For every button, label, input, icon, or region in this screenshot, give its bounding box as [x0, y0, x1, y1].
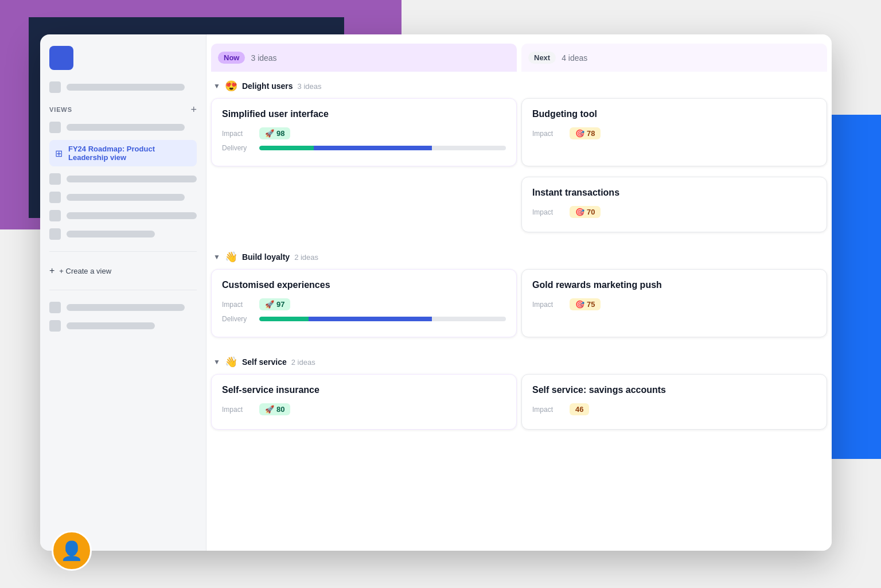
card-savings-accounts[interactable]: Self service: savings accounts Impact 46	[521, 374, 827, 430]
group-header-delight[interactable]: ▼ 😍 Delight users 3 ideas	[211, 72, 517, 98]
next-count: 4 ideas	[562, 53, 587, 63]
sidebar: VIEWS + ⊞ FY24 Roadmap: Product Leadersh…	[40, 34, 206, 551]
delivery-label-simplified: Delivery	[222, 144, 254, 152]
impact-badge-budgeting: 🎯 78	[570, 127, 601, 139]
nav-label-1	[67, 124, 185, 131]
nav-label-2	[67, 176, 197, 182]
now-badge: Now	[218, 52, 245, 64]
user-avatar[interactable]: 👤	[52, 531, 92, 571]
sidebar-item-fy24-roadmap[interactable]: ⊞ FY24 Roadmap: Product Leadership view	[49, 140, 197, 166]
sidebar-nav-2[interactable]	[49, 173, 197, 185]
app-logo	[49, 46, 73, 70]
next-column-header: Next 4 ideas	[521, 44, 827, 72]
app-window: VIEWS + ⊞ FY24 Roadmap: Product Leadersh…	[40, 34, 832, 551]
rocket-icon-simplified: 🚀	[265, 129, 274, 138]
impact-label-budgeting: Impact	[532, 130, 564, 138]
sidebar-line-placeholder	[67, 84, 185, 91]
impact-label-simplified: Impact	[222, 130, 254, 138]
card-title-budgeting: Budgeting tool	[532, 109, 816, 119]
sidebar-icon-placeholder	[49, 81, 61, 93]
card-instant-transactions[interactable]: Instant transactions Impact 🎯 70	[521, 177, 827, 232]
impact-field-insurance: Impact 🚀 80	[222, 403, 506, 415]
card-self-service-insurance[interactable]: Self-service insurance Impact 🚀 80	[211, 374, 517, 430]
sidebar-nav-3[interactable]	[49, 192, 197, 203]
group-header-loyalty[interactable]: ▼ 👋 Build loyalty 2 ideas	[211, 243, 517, 269]
target-icon-gold: 🎯	[575, 300, 584, 309]
sidebar-divider-2	[49, 290, 197, 290]
delivery-bar-customised	[259, 317, 506, 321]
sidebar-nav-5[interactable]	[49, 228, 197, 240]
impact-badge-gold: 🎯 75	[570, 298, 601, 310]
grid-icon: ⊞	[55, 148, 63, 159]
impact-label-instant: Impact	[532, 208, 564, 216]
group-count-self-service: 2 ideas	[291, 358, 315, 367]
impact-value-savings: 46	[575, 405, 583, 414]
card-budgeting-tool[interactable]: Budgeting tool Impact 🎯 78	[521, 98, 827, 166]
nav-icon-3	[49, 192, 61, 203]
nav-label-7	[67, 322, 155, 329]
target-icon-instant: 🎯	[575, 208, 584, 216]
create-view-button[interactable]: + + Create a view	[49, 263, 197, 278]
views-header: VIEWS +	[49, 104, 197, 115]
delivery-blue-simplified	[314, 146, 432, 150]
add-view-button[interactable]: +	[190, 104, 197, 115]
nav-label-4	[67, 212, 197, 219]
impact-label-insurance: Impact	[222, 406, 254, 414]
nav-icon-6	[49, 302, 61, 313]
card-title-gold: Gold rewards marketing push	[532, 280, 816, 290]
sidebar-placeholder-1	[49, 81, 197, 93]
group-count-delight: 3 ideas	[298, 82, 322, 91]
rocket-icon-insurance: 🚀	[265, 405, 274, 414]
delivery-green-customised	[259, 317, 309, 321]
card-simplified-ui[interactable]: Simplified user interface Impact 🚀 98 De…	[211, 98, 517, 166]
card-title-customised: Customised experiences	[222, 280, 506, 290]
cards-row-instant: Instant transactions Impact 🎯 70	[211, 177, 827, 238]
group-build-loyalty: ▼ 👋 Build loyalty 2 ideas Customised exp…	[211, 243, 827, 343]
main-content: Now 3 ideas Next 4 ideas ▼ 😍 Delight use…	[206, 34, 832, 551]
nav-icon-1	[49, 122, 61, 133]
sidebar-nav-7[interactable]	[49, 320, 197, 332]
chevron-icon-self-service: ▼	[213, 358, 220, 366]
group-title-self-service: Self service	[242, 357, 287, 367]
sidebar-divider-1	[49, 251, 197, 252]
chevron-icon-delight: ▼	[213, 82, 220, 90]
impact-field-customised: Impact 🚀 97	[222, 298, 506, 310]
impact-label-savings: Impact	[532, 406, 564, 414]
target-icon-budgeting: 🎯	[575, 129, 584, 138]
impact-value-insurance: 80	[276, 405, 284, 414]
nav-icon-7	[49, 320, 61, 332]
impact-badge-customised: 🚀 97	[259, 298, 290, 310]
group-emoji-loyalty: 👋	[225, 251, 237, 263]
impact-field-savings: Impact 46	[532, 403, 816, 415]
delivery-bar-simplified	[259, 146, 506, 150]
views-label: VIEWS	[49, 106, 72, 113]
card-title-savings: Self service: savings accounts	[532, 385, 816, 395]
group-emoji-self-service: 👋	[225, 356, 237, 368]
impact-field-budgeting: Impact 🎯 78	[532, 127, 816, 139]
sidebar-nav-4[interactable]	[49, 210, 197, 221]
nav-label-3	[67, 194, 185, 201]
now-column-header: Now 3 ideas	[211, 44, 517, 72]
group-emoji-delight: 😍	[225, 80, 237, 92]
nav-icon-4	[49, 210, 61, 221]
impact-value-instant: 70	[587, 208, 595, 216]
board-scroll-area[interactable]: ▼ 😍 Delight users 3 ideas Simplified use…	[206, 72, 832, 551]
cards-row-loyalty: Customised experiences Impact 🚀 97 Deliv…	[211, 269, 827, 343]
delivery-green-simplified	[259, 146, 314, 150]
card-title-instant: Instant transactions	[532, 188, 816, 198]
delivery-field-customised: Delivery	[222, 315, 506, 323]
sidebar-nav-1[interactable]	[49, 122, 197, 133]
cards-row-self-service: Self-service insurance Impact 🚀 80 Self …	[211, 374, 827, 435]
group-title-delight: Delight users	[242, 81, 293, 91]
impact-badge-insurance: 🚀 80	[259, 403, 290, 415]
group-header-self-service[interactable]: ▼ 👋 Self service 2 ideas	[211, 348, 517, 374]
group-title-loyalty: Build loyalty	[242, 252, 290, 262]
next-badge: Next	[528, 52, 556, 64]
rocket-icon-customised: 🚀	[265, 300, 274, 309]
now-count: 3 ideas	[251, 53, 276, 63]
sidebar-nav-6[interactable]	[49, 302, 197, 313]
card-customised-experiences[interactable]: Customised experiences Impact 🚀 97 Deliv…	[211, 269, 517, 337]
create-view-label: + Create a view	[59, 267, 111, 275]
nav-icon-5	[49, 228, 61, 240]
card-gold-rewards[interactable]: Gold rewards marketing push Impact 🎯 75	[521, 269, 827, 337]
